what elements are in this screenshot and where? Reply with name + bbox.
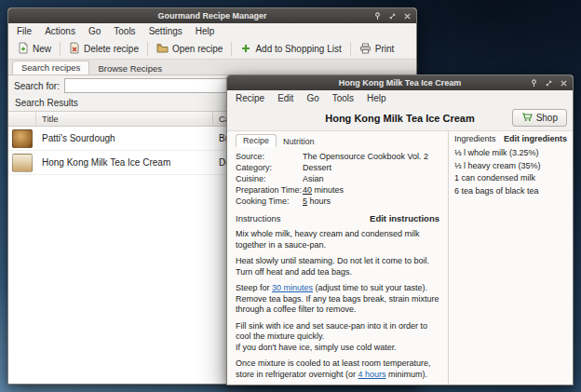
column-title[interactable]: Title (36, 112, 213, 126)
maximize-icon[interactable] (545, 79, 553, 88)
print-button[interactable]: Print (354, 41, 400, 58)
add-shopping-icon (240, 43, 251, 56)
print-label: Print (375, 44, 395, 54)
ingredients-panel: Ingredients Edit ingredients ⅓ l whole m… (448, 131, 573, 385)
ingredients-list: ⅓ l whole milk (3.25%) ⅓ l heavy cream (… (454, 147, 567, 197)
open-folder-icon (156, 43, 169, 56)
main-tabs: Search recipes Browse Recipes (8, 60, 416, 75)
category-value: Dessert (303, 163, 331, 172)
cook-time-label: Cooking Time: (236, 196, 303, 206)
cuisine-label: Cuisine: (236, 174, 303, 183)
instruction-paragraph: Fill sink with ice and set sauce-pan int… (236, 321, 439, 354)
add-to-shopping-list-button[interactable]: Add to Shopping List (235, 41, 346, 58)
ingredients-section-header: Ingredients Edit ingredients (454, 134, 567, 143)
new-label: New (33, 44, 51, 54)
cuisine-value: Asian (303, 174, 324, 183)
tab-recipe[interactable]: Recipe (236, 134, 277, 147)
instructions-label: Instructions (236, 213, 281, 223)
recipe-window-title: Hong Kong Milk Tea Ice Cream (339, 78, 461, 88)
delete-recipe-label: Delete recipe (84, 44, 139, 54)
source-label: Source: (236, 152, 303, 161)
delete-recipe-button[interactable]: Delete recipe (63, 40, 144, 58)
cook-time-value[interactable]: 5 hours (303, 196, 331, 206)
instructions-section-header: Instructions Edit instructions (236, 213, 439, 223)
ingredient-item: ⅓ l whole milk (3.25%) (454, 147, 567, 160)
menu-file[interactable]: File (10, 25, 38, 37)
menu-edit[interactable]: Edit (271, 92, 300, 104)
recipe-card-window: Hong Kong Milk Tea Ice Cream Recipe Edit… (226, 74, 574, 385)
toolbar-separator (231, 42, 232, 56)
recipe-menubar: Recipe Edit Go Tools Help (227, 90, 573, 106)
recipe-main-column: Recipe Nutrition Source: The Opensource … (227, 131, 448, 385)
bread-thumbnail (12, 129, 33, 148)
prep-time-value[interactable]: 40 minutes (303, 185, 344, 195)
detail-cuisine: Cuisine: Asian (236, 174, 439, 183)
search-for-label: Search for: (14, 81, 60, 91)
icecream-thumbnail (12, 154, 33, 172)
ingredient-item: 6 tea bags of black tea (454, 185, 567, 198)
open-recipe-button[interactable]: Open recipe (151, 41, 228, 58)
edit-ingredients-button[interactable]: Edit ingredients (504, 134, 567, 143)
add-shopping-label: Add to Shopping List (255, 44, 341, 54)
ingredients-label: Ingredients (454, 134, 496, 143)
ingredient-item: 1 can condensed milk (454, 172, 567, 185)
pin-icon[interactable] (530, 79, 538, 88)
print-icon (359, 43, 372, 56)
main-titlebar[interactable]: Gourmand Recipe Manager (8, 8, 416, 23)
column-icon[interactable] (8, 112, 36, 126)
tab-nutrition[interactable]: Nutrition (277, 136, 321, 147)
detail-prep-time: Preparation Time: 40 minutes (236, 185, 439, 195)
detail-category: Category: Dessert (236, 163, 439, 172)
tab-browse-recipes[interactable]: Browse Recipes (89, 62, 170, 74)
main-menubar: File Actions Go Tools Settings Help (8, 23, 416, 39)
toolbar-separator (60, 42, 61, 56)
menu-help[interactable]: Help (189, 25, 222, 37)
detail-source: Source: The Opensource Cookbook Vol. 2 (236, 152, 439, 161)
delete-icon (69, 42, 80, 56)
recipe-titlebar[interactable]: Hong Kong Milk Tea Ice Cream (227, 75, 573, 90)
menu-help[interactable]: Help (360, 92, 393, 104)
shop-button[interactable]: Shop (512, 109, 567, 127)
recipe-content: Recipe Nutrition Source: The Opensource … (227, 130, 573, 385)
toolbar-separator (147, 42, 148, 56)
ingredient-item: ⅓ l heavy cream (35%) (454, 160, 567, 173)
toolbar-separator (350, 42, 351, 56)
main-window-title: Gourmand Recipe Manager (157, 11, 266, 20)
tab-search-recipes[interactable]: Search recipes (12, 61, 89, 74)
instruction-paragraph: Heat slowly until steaming. Do not let i… (236, 256, 439, 277)
timer-link-30-minutes[interactable]: 30 minutes (272, 283, 313, 292)
main-toolbar: New Delete recipe Open recipe Add to Sho… (8, 39, 416, 60)
new-icon (18, 42, 29, 56)
menu-tools[interactable]: Tools (107, 25, 142, 37)
row-title: Patti's Sourdough (36, 133, 213, 143)
source-value: The Opensource Cookbook Vol. 2 (303, 152, 428, 161)
new-button[interactable]: New (12, 40, 57, 58)
close-icon[interactable] (403, 12, 412, 20)
recipe-tabs: Recipe Nutrition (236, 134, 439, 147)
pin-icon[interactable] (373, 12, 382, 20)
instruction-paragraph: Mix whole milk, heavy cream and condense… (236, 229, 439, 250)
close-icon[interactable] (560, 79, 568, 88)
instruction-paragraph: Once mixture is cooled to at least room … (236, 358, 439, 380)
recipe-header: Hong Kong Milk Tea Ice Cream Shop (227, 106, 573, 130)
menu-tools[interactable]: Tools (326, 92, 360, 104)
edit-instructions-button[interactable]: Edit instructions (370, 213, 439, 223)
menu-go[interactable]: Go (82, 25, 107, 37)
prep-time-label: Preparation Time: (236, 185, 303, 195)
menu-settings[interactable]: Settings (142, 25, 189, 37)
menu-recipe[interactable]: Recipe (229, 92, 271, 104)
timer-link-4-hours[interactable]: 4 hours (358, 370, 386, 379)
menu-go[interactable]: Go (300, 92, 325, 104)
open-recipe-label: Open recipe (172, 44, 223, 54)
menu-actions[interactable]: Actions (38, 25, 82, 37)
shop-label: Shop (536, 113, 558, 123)
shop-cart-icon (521, 112, 533, 124)
category-label: Category: (236, 163, 303, 172)
instruction-paragraph: Steep for 30 minutes (adjust time to sui… (236, 283, 439, 316)
recipe-details: Source: The Opensource Cookbook Vol. 2 C… (236, 152, 439, 206)
recipe-heading: Hong Kong Milk Tea Ice Cream (325, 113, 475, 124)
row-title: Hong Kong Milk Tea Ice Cream (36, 157, 213, 168)
detail-cook-time: Cooking Time: 5 hours (236, 196, 439, 206)
maximize-icon[interactable] (388, 12, 397, 20)
